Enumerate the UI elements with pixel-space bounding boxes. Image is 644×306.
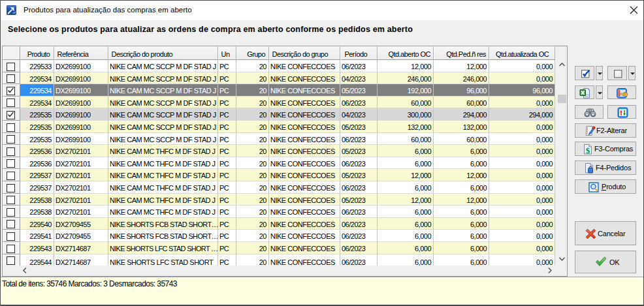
svg-text:$: $ bbox=[586, 145, 590, 155]
